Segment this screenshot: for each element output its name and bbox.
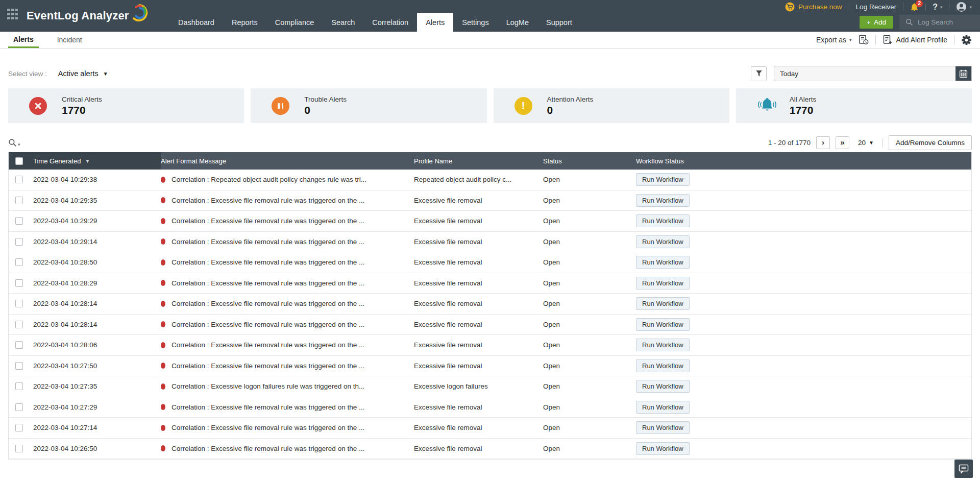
table-row[interactable]: 2022-03-04 10:28:50 Correlation : Excess… <box>9 252 971 273</box>
critical-alerts-card[interactable]: Critical Alerts 1770 <box>8 88 244 123</box>
card-title: Trouble Alerts <box>304 95 347 104</box>
pagination-text: 1 - 20 of 1770 <box>768 139 811 147</box>
nav-item-correlation[interactable]: Correlation <box>363 13 417 32</box>
table-row[interactable]: 2022-03-04 10:26:50 Correlation : Excess… <box>9 439 971 460</box>
top-actions-row: + Add Log Search <box>860 15 980 30</box>
nav-item-logme[interactable]: LogMe <box>498 13 537 32</box>
row-checkbox[interactable] <box>15 279 23 287</box>
run-workflow-button[interactable]: Run Workflow <box>636 194 690 207</box>
nav-item-settings[interactable]: Settings <box>453 13 497 32</box>
attention-alerts-card[interactable]: ! Attention Alerts 0 <box>494 88 729 123</box>
app-logo[interactable]: EventLog Analyzer <box>27 0 149 32</box>
nav-item-dashboard[interactable]: Dashboard <box>169 13 223 32</box>
log-receiver-link[interactable]: Log Receiver <box>856 3 897 11</box>
time-generated-cell: 2022-03-04 10:28:06 <box>31 341 161 349</box>
table-row[interactable]: 2022-03-04 10:27:29 Correlation : Excess… <box>9 397 971 418</box>
settings-gear-button[interactable] <box>961 35 972 45</box>
all-alerts-card[interactable]: All Alerts 1770 <box>736 88 972 123</box>
table-row[interactable]: 2022-03-04 10:27:50 Correlation : Excess… <box>9 356 971 377</box>
column-header-time-generated[interactable]: Time Generated ▼ <box>31 152 161 170</box>
run-workflow-button[interactable]: Run Workflow <box>636 173 690 186</box>
table-row[interactable]: 2022-03-04 10:29:29 Correlation : Excess… <box>9 211 971 232</box>
run-workflow-button[interactable]: Run Workflow <box>636 421 690 434</box>
run-workflow-button[interactable]: Run Workflow <box>636 214 690 227</box>
feedback-chat-button[interactable] <box>954 460 973 478</box>
log-search-input[interactable]: Log Search <box>899 15 980 30</box>
run-workflow-button[interactable]: Run Workflow <box>636 297 690 310</box>
calendar-button[interactable] <box>955 66 971 81</box>
table-row[interactable]: 2022-03-04 10:29:14 Correlation : Excess… <box>9 232 971 253</box>
alert-message-text: Correlation : Excessive file removal rul… <box>172 217 364 225</box>
row-checkbox[interactable] <box>15 403 23 411</box>
table-row[interactable]: 2022-03-04 10:29:38 Correlation : Repeat… <box>9 170 971 190</box>
row-checkbox[interactable] <box>15 362 23 370</box>
time-generated-cell: 2022-03-04 10:29:14 <box>31 238 161 246</box>
tab-incident[interactable]: Incident <box>52 32 87 48</box>
nav-item-support[interactable]: Support <box>537 13 581 32</box>
row-checkbox[interactable] <box>15 197 23 204</box>
apps-grid-icon[interactable] <box>7 9 18 19</box>
status-cell: Open <box>543 217 636 225</box>
avatar-icon <box>956 2 967 12</box>
profile-name-cell: Excessive file removal <box>414 424 543 431</box>
run-workflow-button[interactable]: Run Workflow <box>636 380 690 393</box>
table-row[interactable]: 2022-03-04 10:27:14 Correlation : Excess… <box>9 418 971 439</box>
purchase-now-link[interactable]: Purchase now <box>785 2 842 12</box>
row-checkbox[interactable] <box>15 382 23 390</box>
add-remove-columns-button[interactable]: Add/Remove Columns <box>889 135 972 150</box>
main-content: Select view : Active alerts ▼ Today <box>0 66 980 460</box>
severity-dot-icon <box>161 280 165 286</box>
nav-item-alerts[interactable]: Alerts <box>417 13 453 32</box>
status-cell: Open <box>543 321 636 328</box>
view-dropdown[interactable]: Active alerts ▼ <box>58 69 108 78</box>
schedule-report-button[interactable] <box>859 35 869 45</box>
row-checkbox[interactable] <box>15 258 23 266</box>
page-size-dropdown[interactable]: 20 ▼ <box>858 139 874 147</box>
run-workflow-button[interactable]: Run Workflow <box>636 442 690 455</box>
row-checkbox[interactable] <box>15 176 23 183</box>
user-menu[interactable]: ▾ <box>956 2 972 12</box>
run-workflow-button[interactable]: Run Workflow <box>636 401 690 414</box>
tab-alerts[interactable]: Alerts <box>8 32 39 48</box>
sub-tab-actions: Export as ▾ Add Alert Profile <box>816 32 972 48</box>
add-button[interactable]: + Add <box>860 16 893 29</box>
run-workflow-button[interactable]: Run Workflow <box>636 339 690 351</box>
profile-name-cell: Excessive file removal <box>414 321 543 328</box>
add-alert-profile-button[interactable]: Add Alert Profile <box>883 35 947 45</box>
table-search-button[interactable]: ▾ <box>8 138 20 147</box>
table-row[interactable]: 2022-03-04 10:28:06 Correlation : Excess… <box>9 335 971 356</box>
row-checkbox[interactable] <box>15 424 23 431</box>
table-row[interactable]: 2022-03-04 10:28:14 Correlation : Excess… <box>9 315 971 335</box>
next-page-button[interactable]: › <box>816 136 830 149</box>
filter-button[interactable] <box>751 66 767 81</box>
nav-item-reports[interactable]: Reports <box>223 13 266 32</box>
table-row[interactable]: 2022-03-04 10:28:14 Correlation : Excess… <box>9 294 971 315</box>
card-title: All Alerts <box>790 95 817 104</box>
table-row[interactable]: 2022-03-04 10:27:35 Correlation : Excess… <box>9 376 971 397</box>
nav-item-compliance[interactable]: Compliance <box>266 13 323 32</box>
export-as-dropdown[interactable]: Export as ▾ <box>816 36 852 44</box>
table-row[interactable]: 2022-03-04 10:28:29 Correlation : Excess… <box>9 273 971 294</box>
run-workflow-button[interactable]: Run Workflow <box>636 256 690 269</box>
run-workflow-button[interactable]: Run Workflow <box>636 318 690 331</box>
date-range-field[interactable]: Today <box>774 66 972 81</box>
row-checkbox[interactable] <box>15 445 23 452</box>
notifications-button[interactable]: 2 <box>910 3 919 12</box>
severity-dot-icon <box>161 342 165 348</box>
help-menu[interactable]: ? ▾ <box>933 3 942 12</box>
calendar-icon <box>959 69 968 78</box>
run-workflow-button[interactable]: Run Workflow <box>636 359 690 372</box>
run-workflow-button[interactable]: Run Workflow <box>636 235 690 248</box>
nav-item-search[interactable]: Search <box>323 13 363 32</box>
run-workflow-button[interactable]: Run Workflow <box>636 277 690 290</box>
row-checkbox[interactable] <box>15 341 23 349</box>
trouble-alerts-card[interactable]: Trouble Alerts 0 <box>251 88 486 123</box>
row-checkbox[interactable] <box>15 238 23 246</box>
select-all-checkbox[interactable] <box>15 157 23 165</box>
row-checkbox[interactable] <box>15 300 23 307</box>
alert-message-text: Correlation : Excessive file removal rul… <box>172 424 364 431</box>
last-page-button[interactable]: » <box>836 136 849 149</box>
row-checkbox[interactable] <box>15 321 23 328</box>
row-checkbox[interactable] <box>15 217 23 225</box>
table-row[interactable]: 2022-03-04 10:29:35 Correlation : Excess… <box>9 190 971 211</box>
